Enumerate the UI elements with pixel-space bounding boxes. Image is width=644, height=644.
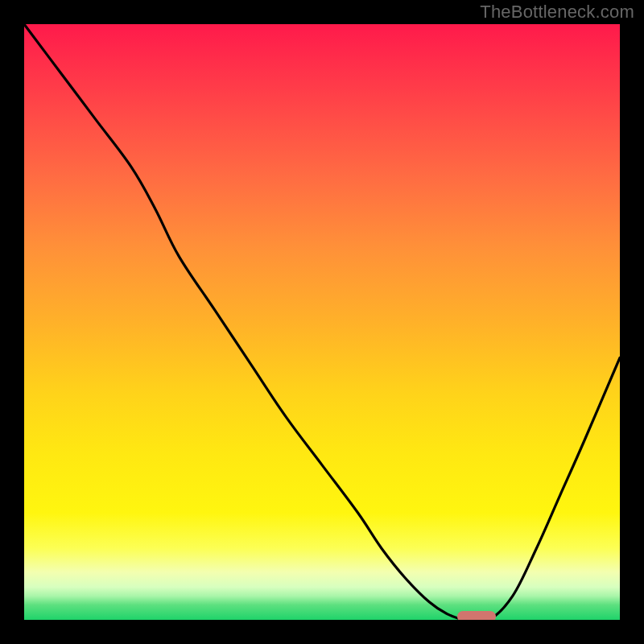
chart-frame: TheBottleneck.com	[0, 0, 644, 644]
plot-area	[24, 24, 620, 620]
optimum-marker	[457, 611, 496, 620]
bottleneck-curve	[24, 24, 620, 620]
watermark-text: TheBottleneck.com	[480, 2, 634, 23]
